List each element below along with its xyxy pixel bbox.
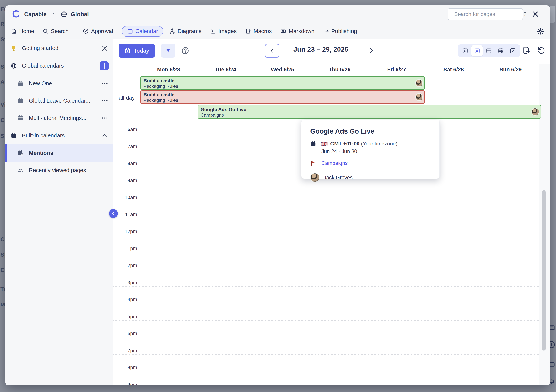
event-title: Google Ads Go Live bbox=[201, 107, 538, 112]
nav-label: Calendar bbox=[135, 28, 158, 34]
sidebar-item-recently-viewed[interactable]: Recently viewed pages bbox=[5, 162, 113, 179]
chevron-up-icon[interactable] bbox=[101, 132, 108, 139]
getting-started-label: Getting started bbox=[22, 45, 58, 51]
tab-home[interactable]: Home bbox=[11, 28, 34, 34]
time-label: 9pm bbox=[113, 382, 137, 385]
sidebar-section-built-in[interactable]: Built-in calendars bbox=[5, 127, 113, 144]
help-icon[interactable] bbox=[181, 47, 189, 55]
app-logo: C bbox=[11, 9, 21, 19]
all-day-event[interactable]: Google Ads Go Live Campaigns bbox=[198, 105, 541, 118]
close-icon[interactable] bbox=[531, 10, 540, 18]
background-text-fragment: C bbox=[0, 267, 5, 273]
half-hour-line bbox=[113, 354, 539, 354]
event-title: Build a castle bbox=[144, 92, 422, 98]
flag-icon bbox=[310, 160, 317, 166]
filter-button[interactable] bbox=[161, 44, 175, 58]
globe-icon bbox=[10, 63, 17, 69]
breadcrumb-app-name[interactable]: Capable bbox=[24, 11, 47, 17]
nav-divider bbox=[76, 26, 76, 36]
background-text-fragment: Fo bbox=[0, 6, 5, 12]
calendar-label: Global Leave Calendar... bbox=[29, 98, 90, 104]
view-week-button[interactable] bbox=[471, 45, 483, 56]
scrollbar-thumb[interactable] bbox=[542, 190, 546, 351]
export-icon[interactable] bbox=[522, 46, 531, 55]
tab-search[interactable]: Search bbox=[42, 28, 69, 34]
calendar-label: Multi-lateral Meetings... bbox=[29, 115, 86, 121]
tab-macros[interactable]: Macros bbox=[245, 28, 272, 34]
tab-images[interactable]: Images bbox=[210, 28, 237, 34]
calendar-dialog: C Capable Global ? HomeSearchApprovalCal… bbox=[5, 5, 550, 385]
tab-publishing[interactable]: Publishing bbox=[323, 28, 357, 34]
popup-category-link[interactable]: Campaigns bbox=[321, 160, 348, 166]
prev-week-button[interactable] bbox=[265, 44, 279, 58]
more-options-icon[interactable] bbox=[101, 114, 108, 122]
sidebar-calendar-item[interactable]: New One bbox=[5, 75, 113, 92]
sidebar-calendar-item[interactable]: Multi-lateral Meetings... bbox=[5, 109, 113, 127]
view-month-button[interactable] bbox=[495, 45, 506, 56]
global-calendars-label: Global calendars bbox=[22, 63, 64, 69]
dimmed-left-strip: FoReStaSpApVitCoSCSpCTeMc bbox=[0, 0, 5, 392]
add-calendar-button[interactable] bbox=[100, 62, 108, 70]
view-list-button[interactable] bbox=[483, 45, 494, 56]
info-icon bbox=[550, 340, 556, 349]
nav-label: Search bbox=[51, 28, 69, 34]
event-subtitle: Packaging Rules bbox=[144, 98, 422, 103]
breadcrumb-space-name[interactable]: Global bbox=[71, 11, 89, 17]
view-tasks-button[interactable] bbox=[507, 45, 518, 56]
tab-markdown[interactable]: Markdown bbox=[280, 28, 315, 34]
nav-label: Approval bbox=[91, 28, 113, 34]
all-day-event[interactable]: Build a castle Packaging Rules bbox=[140, 90, 425, 104]
tab-approval[interactable]: Approval bbox=[83, 28, 113, 34]
comment-icon bbox=[550, 324, 556, 332]
cal-week-icon bbox=[474, 47, 480, 54]
time-label: 12pm bbox=[113, 228, 137, 235]
nav-label: Home bbox=[19, 28, 34, 34]
dismiss-icon[interactable] bbox=[101, 44, 108, 52]
event-subtitle: Campaigns bbox=[201, 112, 538, 118]
time-label: 5pm bbox=[113, 314, 137, 320]
today-button[interactable]: Today bbox=[119, 44, 155, 58]
all-day-event[interactable]: Build a castle Packaging Rules bbox=[140, 76, 425, 90]
sidebar-calendar-item[interactable]: Global Leave Calendar... bbox=[5, 92, 113, 109]
refresh-icon[interactable] bbox=[537, 46, 546, 55]
popup-person: Jack Graves bbox=[324, 175, 353, 181]
more-options-icon[interactable] bbox=[101, 97, 108, 104]
time-label: 3pm bbox=[113, 280, 137, 286]
time-label: 7pm bbox=[113, 348, 137, 353]
grid-divider bbox=[113, 75, 539, 75]
day-header: Fri 6/27 bbox=[368, 64, 425, 75]
search-box[interactable]: ? bbox=[448, 8, 523, 20]
hour-line bbox=[113, 329, 539, 329]
avatar bbox=[415, 79, 423, 87]
avatar bbox=[310, 173, 319, 182]
sidebar-section-global-calendars[interactable]: Global calendars bbox=[5, 57, 113, 75]
gear-icon[interactable] bbox=[537, 28, 544, 35]
next-week-button[interactable] bbox=[367, 47, 375, 55]
home-icon bbox=[11, 28, 17, 34]
sidebar-collapse-button[interactable] bbox=[109, 209, 118, 218]
panel-icon bbox=[550, 361, 556, 369]
popup-dates: Jun 24 - Jun 30 bbox=[321, 149, 431, 155]
hour-line bbox=[113, 346, 539, 346]
sidebar-item-getting-started[interactable]: Getting started bbox=[5, 39, 113, 57]
background-text-fragment: Sta bbox=[0, 36, 5, 43]
event-subtitle: Packaging Rules bbox=[144, 84, 422, 89]
calendar-icon bbox=[17, 97, 24, 104]
publishing-icon bbox=[323, 28, 329, 34]
tab-diagrams[interactable]: Diagrams bbox=[169, 28, 201, 34]
view-day-button[interactable] bbox=[460, 45, 471, 56]
sidebar-item-mentions[interactable]: Mentions bbox=[5, 144, 113, 162]
lightbulb-icon bbox=[10, 45, 17, 52]
background-text-fragment: Co bbox=[0, 117, 5, 123]
search-input[interactable] bbox=[454, 11, 524, 17]
more-options-icon[interactable] bbox=[101, 79, 108, 87]
nav-label: Publishing bbox=[331, 28, 357, 34]
view-switcher bbox=[458, 44, 520, 57]
tab-calendar[interactable]: Calendar bbox=[122, 26, 163, 37]
hour-line bbox=[113, 312, 539, 312]
calendar-icon bbox=[10, 132, 17, 139]
half-hour-line bbox=[113, 235, 539, 235]
half-hour-line bbox=[113, 303, 539, 303]
dimmed-right-strip bbox=[550, 0, 556, 392]
built-in-calendars-label: Built-in calendars bbox=[22, 132, 65, 139]
